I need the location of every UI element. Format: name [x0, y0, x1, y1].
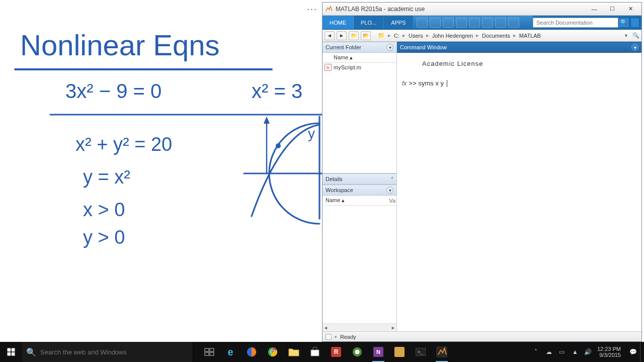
window-titlebar[interactable]: MATLAB R2015a - academic use — ☐ ✕	[323, 3, 641, 16]
edge-icon[interactable]: e	[223, 345, 237, 359]
panel-menu-icon[interactable]: ▾	[386, 44, 393, 51]
app-icon[interactable]: R	[329, 345, 343, 359]
firefox-icon[interactable]	[245, 345, 259, 359]
tab-plots[interactable]: PLO...	[354, 16, 384, 29]
fx-icon[interactable]: fx	[402, 80, 407, 87]
folder-icon: 📁	[378, 32, 385, 39]
close-button[interactable]: ✕	[621, 4, 639, 15]
taskbar-search-input[interactable]	[40, 348, 193, 356]
horizontal-scrollbar[interactable]: ◄►	[323, 323, 396, 331]
tab-home[interactable]: HOME	[323, 16, 354, 29]
svg-point-24	[355, 349, 359, 354]
qat-button[interactable]	[417, 18, 428, 28]
show-desktop-button[interactable]	[640, 342, 644, 362]
svg-rect-8	[8, 348, 11, 352]
svg-rect-27	[394, 347, 405, 357]
taskbar-clock[interactable]: 12:23 PM 9/3/2015	[597, 346, 624, 358]
quick-access-toolbar	[414, 16, 533, 29]
address-dropdown-icon[interactable]: ▼	[624, 33, 628, 38]
status-bar: ▾ Ready	[323, 331, 641, 341]
command-window-header[interactable]: Command Window ▾	[397, 42, 641, 53]
qat-button[interactable]	[443, 18, 454, 28]
taskbar-search[interactable]: 🔍	[22, 342, 193, 362]
breadcrumb[interactable]: Users	[409, 33, 423, 39]
file-name: myScript.m	[334, 64, 361, 70]
file-explorer-icon[interactable]	[287, 345, 301, 359]
tray-cloud-icon[interactable]: ☁	[545, 348, 553, 356]
qat-button[interactable]	[482, 18, 493, 28]
panel-menu-icon[interactable]: ▾	[386, 187, 393, 194]
whiteboard-panel: ··· Nonlinear Eqns 3x² − 9 = 0 x² = 3 x²…	[0, 0, 322, 342]
column-header-name[interactable]: Name ▴	[323, 197, 386, 204]
app-icon[interactable]	[350, 345, 364, 359]
column-header-value[interactable]: Va	[386, 198, 396, 204]
store-icon[interactable]	[308, 345, 322, 359]
chrome-icon[interactable]	[266, 345, 280, 359]
current-folder-header[interactable]: Current Folder ▾	[323, 42, 396, 53]
nav-browse-button[interactable]: 📂	[361, 31, 371, 40]
windows-taskbar: 🔍 e R N >_ ˄ ☁ ▭ ▲ 🔊 12:23 PM 9/3/2015 💬	[0, 342, 644, 362]
qat-button[interactable]	[456, 18, 467, 28]
file-item[interactable]: fx myScript.m	[323, 63, 396, 72]
tray-network-icon[interactable]: ▲	[571, 348, 579, 356]
tray-chevron-icon[interactable]: ˄	[532, 348, 540, 356]
equation-2: x² + y² = 20	[75, 134, 172, 155]
breadcrumb[interactable]: MATLAB	[519, 33, 541, 39]
svg-rect-12	[205, 348, 209, 351]
panel-menu-icon[interactable]: ▾	[631, 44, 638, 51]
svg-rect-13	[210, 348, 214, 351]
matlab-icon	[325, 5, 333, 13]
search-button[interactable]: 🔍	[618, 18, 629, 28]
window-title: MATLAB R2015a - academic use	[336, 6, 585, 13]
start-button[interactable]	[0, 342, 22, 362]
text-cursor	[447, 80, 447, 87]
svg-rect-14	[205, 352, 209, 355]
maximize-button[interactable]: ☐	[603, 4, 621, 15]
qat-button[interactable]	[430, 18, 441, 28]
matlab-window: MATLAB R2015a - academic use — ☐ ✕ HOME …	[322, 2, 642, 342]
breadcrumb[interactable]: C:	[394, 33, 399, 39]
qat-button[interactable]	[469, 18, 480, 28]
matlab-taskbar-icon[interactable]	[435, 345, 449, 359]
search-icon: 🔍	[22, 347, 40, 357]
svg-text:>_: >_	[418, 349, 423, 354]
qat-button[interactable]	[508, 18, 519, 28]
onenote-icon[interactable]: N	[371, 345, 385, 359]
search-dropdown[interactable]	[630, 18, 639, 28]
command-window[interactable]: Academic License fx >> syms x y	[397, 53, 641, 331]
heading-text: Nonlinear Eqns	[20, 29, 220, 61]
svg-point-6	[276, 143, 281, 148]
nav-up-button[interactable]: 📁	[349, 31, 359, 40]
tray-volume-icon[interactable]: 🔊	[584, 348, 592, 356]
details-header[interactable]: Details ˄	[323, 173, 396, 185]
breadcrumb[interactable]: John Hedengren	[432, 33, 473, 39]
equation-1b: x² = 3	[252, 80, 302, 102]
column-header-name[interactable]: Name ▴	[323, 53, 396, 63]
minimize-button[interactable]: —	[585, 4, 603, 15]
nav-fwd-button[interactable]: ►	[337, 31, 347, 40]
address-bar: ◄ ► 📁 📂 📁 ▸ C: ▸ Users ▸ John Hedengren …	[323, 30, 641, 42]
tray-battery-icon[interactable]: ▭	[558, 348, 566, 356]
svg-text:N: N	[376, 349, 380, 355]
terminal-icon[interactable]: >_	[414, 345, 428, 359]
status-text: Ready	[340, 334, 356, 340]
svg-rect-15	[210, 352, 214, 355]
search-doc-input[interactable]	[533, 18, 618, 28]
tab-apps[interactable]: APPS	[384, 16, 413, 29]
equation-3: y = x²	[83, 166, 130, 188]
collapse-icon[interactable]: ˄	[391, 176, 393, 182]
equation-5: y > 0	[83, 227, 125, 248]
qat-button[interactable]	[495, 18, 506, 28]
task-view-button[interactable]	[202, 345, 216, 359]
command-prompt: >>	[409, 79, 416, 87]
license-text: Academic License	[422, 60, 636, 67]
axis-label-y: y	[308, 126, 315, 141]
workspace-header[interactable]: Workspace ▾	[323, 185, 396, 196]
system-tray: ˄ ☁ ▭ ▲ 🔊 12:23 PM 9/3/2015 💬	[529, 346, 640, 358]
equation-4: x > 0	[83, 199, 125, 220]
address-search-icon[interactable]: 🔍	[632, 32, 639, 39]
breadcrumb[interactable]: Documents	[482, 33, 510, 39]
app-icon[interactable]	[392, 345, 407, 359]
nav-back-button[interactable]: ◄	[325, 31, 335, 40]
notifications-icon[interactable]: 💬	[629, 348, 637, 356]
